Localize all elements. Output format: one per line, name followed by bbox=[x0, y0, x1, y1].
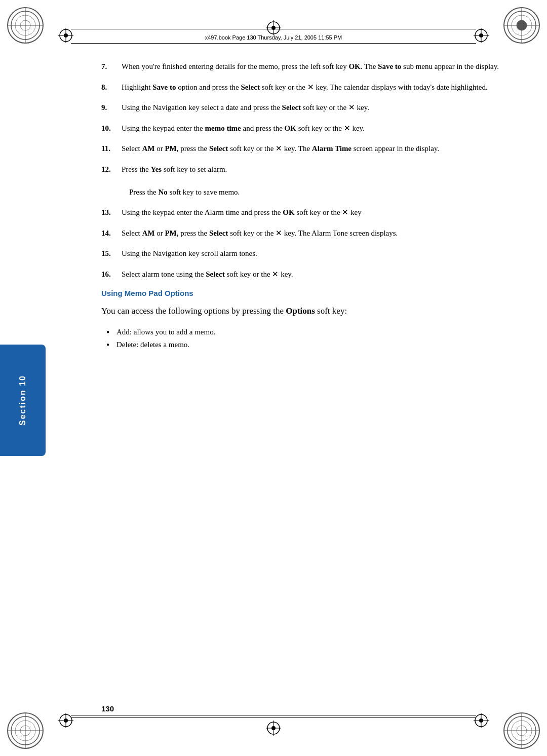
side-tab-label: Section 10 bbox=[18, 375, 27, 426]
list-number-15: 15. bbox=[101, 248, 122, 259]
bullet-item-delete: Delete: deletes a memo. bbox=[106, 338, 506, 352]
list-item-11: 11. Select AM or PM, press the Select so… bbox=[101, 143, 506, 155]
page-number: 130 bbox=[101, 704, 114, 713]
list-number-7: 7. bbox=[101, 61, 122, 72]
list-item-7: 7. When you're finished entering details… bbox=[101, 61, 506, 72]
corner-decoration-tr bbox=[501, 5, 542, 46]
list-number-9: 9. bbox=[101, 102, 122, 114]
main-content: 7. When you're finished entering details… bbox=[101, 61, 506, 695]
intro-paragraph: You can access the following options by … bbox=[101, 305, 506, 318]
corner-decoration-bl bbox=[5, 710, 46, 751]
list-item-12: 12. Press the Yes soft key to set alarm.… bbox=[101, 164, 506, 198]
list-item-10: 10. Using the keypad enter the memo time… bbox=[101, 123, 506, 134]
side-tab: Section 10 bbox=[0, 345, 46, 456]
bullet-list: Add: allows you to add a memo. Delete: d… bbox=[106, 326, 506, 352]
bottom-rule-1 bbox=[71, 717, 476, 718]
list-content-10: Using the keypad enter the memo time and… bbox=[122, 123, 506, 134]
reg-mark-tr bbox=[474, 28, 489, 43]
corner-decoration-br bbox=[501, 710, 542, 751]
list-content-16: Select alarm tone using the Select soft … bbox=[122, 269, 506, 280]
list-item-9: 9. Using the Navigation key select a dat… bbox=[101, 102, 506, 114]
list-number-8: 8. bbox=[101, 82, 122, 93]
list-number-16: 16. bbox=[101, 269, 122, 280]
list-number-11: 11. bbox=[101, 143, 122, 155]
header-bar: x497.book Page 130 Thursday, July 21, 20… bbox=[76, 30, 471, 45]
list-number-10: 10. bbox=[101, 123, 122, 134]
corner-decoration-tl bbox=[5, 5, 46, 46]
reg-mark-tl bbox=[58, 28, 73, 43]
list-content-12: Press the Yes soft key to set alarm. Pre… bbox=[122, 164, 506, 198]
list-item-8: 8. Highlight Save to option and press th… bbox=[101, 82, 506, 93]
list-number-14: 14. bbox=[101, 228, 122, 239]
bottom-center-mark bbox=[266, 721, 281, 736]
section-heading: Using Memo Pad Options bbox=[101, 289, 506, 297]
list-content-15: Using the Navigation key scroll alarm to… bbox=[122, 248, 506, 259]
list-content-7: When you're finished entering details fo… bbox=[122, 61, 506, 72]
header-text: x497.book Page 130 Thursday, July 21, 20… bbox=[205, 34, 342, 41]
list-item-14: 14. Select AM or PM, press the Select so… bbox=[101, 228, 506, 239]
list-content-9: Using the Navigation key select a date a… bbox=[122, 102, 506, 114]
list-content-8: Highlight Save to option and press the S… bbox=[122, 82, 506, 93]
bottom-rule-2 bbox=[71, 715, 476, 715]
bullet-item-add: Add: allows you to add a memo. bbox=[106, 326, 506, 339]
list-item-13: 13. Using the keypad enter the Alarm tim… bbox=[101, 207, 506, 218]
top-rule-1 bbox=[71, 29, 476, 29]
list-item-15: 15. Using the Navigation key scroll alar… bbox=[101, 248, 506, 259]
list-item-16: 16. Select alarm tone using the Select s… bbox=[101, 269, 506, 280]
list-content-13: Using the keypad enter the Alarm time an… bbox=[122, 207, 506, 218]
list-number-13: 13. bbox=[101, 207, 122, 218]
list-content-14: Select AM or PM, press the Select soft k… bbox=[122, 228, 506, 239]
list-number-12: 12. bbox=[101, 164, 122, 198]
list-content-11: Select AM or PM, press the Select soft k… bbox=[122, 143, 506, 155]
